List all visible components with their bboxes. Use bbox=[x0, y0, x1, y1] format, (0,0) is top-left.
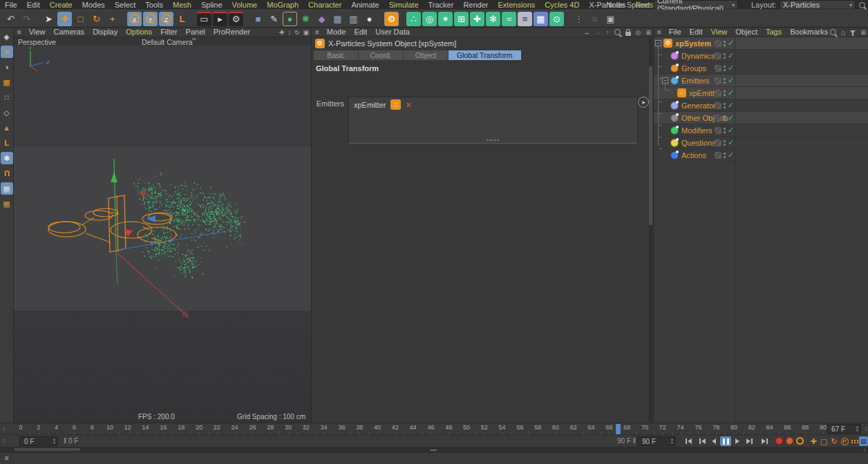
timeline-window-icon[interactable]: ▤ bbox=[859, 436, 868, 446]
enabled-check-icon[interactable]: ✓ bbox=[728, 138, 734, 147]
filter-icon[interactable] bbox=[850, 30, 856, 34]
undo-icon[interactable]: ↶ bbox=[3, 12, 18, 26]
viewport-menu-filter[interactable]: Filter bbox=[156, 28, 181, 36]
spinner-icon[interactable]: ▲▼ bbox=[53, 438, 56, 445]
layer-toggle-icon[interactable] bbox=[715, 139, 721, 146]
model-mode-icon[interactable]: ■ bbox=[1, 46, 13, 58]
toggle-view-icon[interactable]: ▣ bbox=[303, 29, 309, 36]
spinner-icon[interactable]: ▲▼ bbox=[856, 425, 859, 432]
lock-x-icon[interactable]: X bbox=[127, 12, 142, 26]
render-settings-icon[interactable]: ⚙ bbox=[229, 12, 243, 26]
emitters-list-box[interactable]: xpEmitter ∴ × ••••• bbox=[348, 97, 638, 144]
enabled-check-icon[interactable]: ✓ bbox=[728, 39, 734, 48]
key-position-icon[interactable]: ✚ bbox=[809, 436, 818, 446]
tree-row-questions[interactable]: Questions✓ bbox=[654, 137, 868, 149]
visibility-dots-icon[interactable] bbox=[724, 66, 726, 71]
menu-simulate[interactable]: Simulate bbox=[384, 1, 424, 9]
visibility-dots-icon[interactable] bbox=[724, 103, 726, 108]
camera-icon[interactable]: ▥ bbox=[346, 12, 361, 26]
hamburger-icon[interactable]: ≡ bbox=[14, 28, 25, 36]
object-menu-view[interactable]: View bbox=[707, 28, 732, 36]
projection-label[interactable]: Perspective bbox=[14, 38, 56, 46]
coord-system-icon[interactable]: L bbox=[175, 12, 189, 26]
new-panel-icon[interactable]: ⊞ bbox=[645, 29, 651, 36]
search-icon[interactable] bbox=[614, 29, 621, 35]
workplane-icon[interactable]: ▦ bbox=[1, 182, 13, 195]
viewport-menu-display[interactable]: Display bbox=[88, 28, 122, 36]
history-back-icon[interactable]: ← bbox=[584, 29, 590, 36]
menu-mograph[interactable]: MoGraph bbox=[262, 1, 303, 9]
goto-end-button[interactable] bbox=[759, 436, 770, 446]
layer-toggle-icon[interactable] bbox=[715, 77, 721, 84]
timeline-playhead[interactable] bbox=[616, 424, 621, 434]
spinner-icon[interactable]: ▲▼ bbox=[670, 438, 674, 445]
layer-toggle-icon[interactable] bbox=[715, 102, 721, 109]
add-pen-icon[interactable]: ✎ bbox=[267, 12, 281, 26]
layer-toggle-icon[interactable] bbox=[715, 152, 721, 159]
keyframe-selection-button[interactable] bbox=[796, 437, 804, 445]
deformer-icon[interactable]: ◆ bbox=[314, 12, 329, 26]
visibility-dots-icon[interactable] bbox=[724, 53, 726, 59]
key-parameter-icon[interactable]: P bbox=[840, 436, 849, 446]
visibility-dots-icon[interactable] bbox=[724, 140, 726, 146]
pause-button[interactable] bbox=[720, 436, 731, 446]
axis-mode-icon[interactable]: L bbox=[1, 137, 13, 149]
floor-icon[interactable]: ▦ bbox=[330, 12, 345, 26]
xp-flow-icon[interactable]: ≈ bbox=[502, 12, 516, 26]
visibility-dots-icon[interactable] bbox=[724, 41, 726, 46]
select-tool-icon[interactable]: ➤ bbox=[41, 12, 56, 26]
viewport-menu-view[interactable]: View bbox=[25, 28, 50, 36]
scale-tool-icon[interactable]: □ bbox=[73, 12, 88, 26]
viewport-menu-cameras[interactable]: Cameras bbox=[50, 28, 89, 36]
hamburger-icon[interactable]: ≡ bbox=[654, 28, 665, 36]
attribute-scrollbar[interactable] bbox=[649, 39, 652, 423]
track-icon[interactable]: ◎ bbox=[636, 29, 641, 36]
xp-cache-icon[interactable]: ▦ bbox=[534, 12, 548, 26]
visibility-dots-icon[interactable] bbox=[724, 115, 726, 121]
menu-cycles-4d[interactable]: Cycles 4D bbox=[540, 1, 584, 9]
tree-row-dynamics[interactable]: Dynamics✓ bbox=[654, 50, 868, 62]
hamburger-icon[interactable]: ≡ bbox=[312, 28, 323, 36]
tree-row-actions[interactable]: Actions✓ bbox=[654, 149, 868, 162]
menu-tools[interactable]: Tools bbox=[140, 1, 168, 9]
tree-row-emitters[interactable]: −Emitters✓ bbox=[654, 75, 868, 87]
xp-sprite-icon[interactable]: ◎ bbox=[422, 12, 437, 26]
tree-row-other-objects[interactable]: Other Objects✓ bbox=[654, 112, 868, 124]
key-rotation-icon[interactable]: ↻ bbox=[829, 436, 839, 446]
magnet-snap-icon[interactable]: U bbox=[1, 167, 13, 180]
xp-question-icon[interactable]: ≡ bbox=[518, 12, 532, 26]
viewport-menu-prorender[interactable]: ProRender bbox=[209, 28, 254, 36]
tab-coord-[interactable]: Coord. bbox=[359, 50, 404, 60]
menu-character[interactable]: Character bbox=[303, 1, 346, 9]
xp-modifier-icon[interactable]: ✚ bbox=[470, 12, 484, 26]
collapse-icon[interactable]: − bbox=[655, 40, 661, 46]
xparticles-system-icon[interactable]: ⚙ bbox=[384, 12, 399, 26]
menu-create[interactable]: Create bbox=[45, 1, 77, 9]
edges-mode-icon[interactable]: ◇ bbox=[1, 106, 13, 119]
timeline-ruler[interactable]: 0246810121416182022242628303234363840424… bbox=[15, 423, 827, 435]
layer-toggle-icon[interactable] bbox=[715, 52, 721, 59]
range-end-field[interactable]: 90 F ▲▼ bbox=[637, 436, 676, 446]
light-icon[interactable]: ● bbox=[362, 12, 377, 26]
layout-dropdown[interactable]: X-Particles ▾ bbox=[780, 0, 856, 10]
enabled-check-icon[interactable]: ✓ bbox=[728, 51, 734, 60]
visibility-dots-icon[interactable] bbox=[724, 90, 726, 96]
current-frame-field[interactable]: 67 F ▲▼ bbox=[827, 424, 861, 434]
parent-object-icon[interactable]: ↑ bbox=[606, 29, 610, 36]
resize-handle[interactable]: ••••• bbox=[487, 137, 500, 143]
goto-start-button[interactable] bbox=[683, 436, 694, 446]
lock-icon[interactable] bbox=[625, 32, 631, 36]
key-pla-icon[interactable] bbox=[850, 436, 860, 446]
viewport-menu-options[interactable]: Options bbox=[122, 28, 156, 36]
enabled-check-icon[interactable]: ✓ bbox=[728, 113, 734, 122]
screen-icon[interactable]: ▣ bbox=[603, 12, 618, 26]
pick-object-icon[interactable]: ➤ bbox=[638, 97, 649, 108]
xp-emitter-icon[interactable]: ∴ bbox=[406, 12, 421, 26]
attribute-menu-mode[interactable]: Mode bbox=[323, 28, 350, 36]
pan-view-icon[interactable]: ✚ bbox=[279, 29, 285, 36]
history-forward-icon[interactable]: → bbox=[595, 29, 601, 36]
enabled-check-icon[interactable]: ✓ bbox=[728, 76, 734, 85]
next-frame-button[interactable] bbox=[732, 436, 743, 446]
home-icon[interactable]: ⌂ bbox=[841, 28, 846, 37]
remove-emitter-icon[interactable]: × bbox=[406, 100, 411, 110]
